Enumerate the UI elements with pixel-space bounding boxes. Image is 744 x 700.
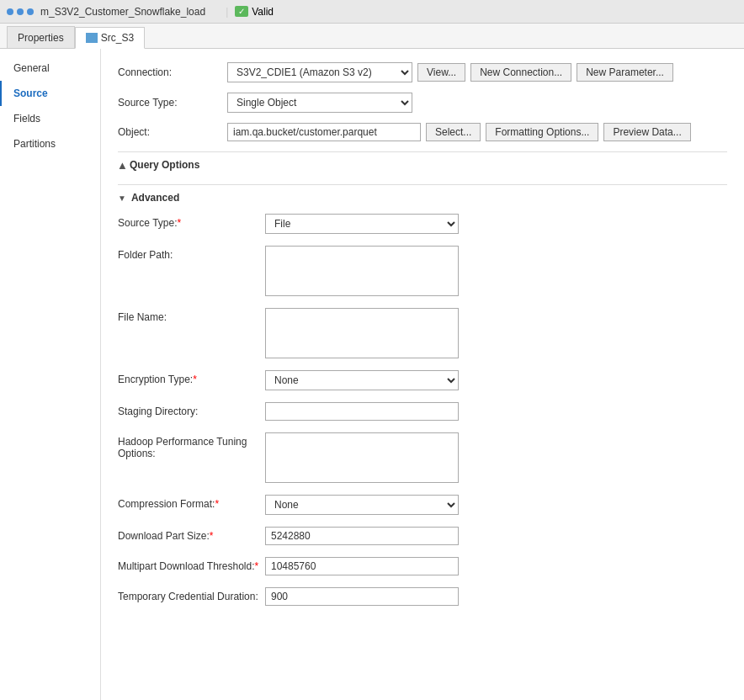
tab-src-s3-label: Src_S3 (101, 32, 134, 44)
connection-label: Connection: (118, 66, 227, 78)
object-row: Object: Select... Formatting Options... … (118, 123, 727, 141)
adv-folder-path-row: Folder Path: (118, 246, 727, 296)
adv-folder-path-textarea[interactable] (265, 246, 459, 296)
sidebar-item-fields[interactable]: Fields (0, 106, 100, 131)
query-options-title: Query Options (130, 159, 199, 171)
connection-controls: S3V2_CDIE1 (Amazon S3 v2) View... New Co… (227, 62, 673, 82)
advanced-arrow: ▼ (118, 194, 126, 203)
dot3 (27, 8, 34, 15)
dot1 (7, 8, 13, 15)
tab-properties[interactable]: Properties (7, 26, 75, 48)
valid-check-icon: ✓ (235, 6, 248, 17)
tab-properties-label: Properties (18, 32, 64, 44)
adv-encryption-type-row: Encryption Type:* None (118, 370, 727, 390)
adv-multipart-download-threshold-row: Multipart Download Threshold:* (118, 557, 727, 575)
adv-multipart-download-threshold-input[interactable] (265, 557, 459, 575)
adv-staging-directory-label: Staging Directory: (118, 402, 265, 417)
adv-temporary-credential-duration-label: Temporary Credential Duration: (118, 587, 265, 602)
adv-source-type-label: Source Type:* (118, 214, 265, 229)
sidebar: General Source Fields Partitions (0, 49, 101, 700)
adv-download-part-size-label: Download Part Size:* (118, 527, 265, 542)
adv-download-part-size-input[interactable] (265, 527, 459, 545)
adv-file-name-label: File Name: (118, 308, 265, 323)
source-type-row: Source Type: Single Object (118, 93, 727, 113)
adv-multipart-download-threshold-label: Multipart Download Threshold:* (118, 557, 265, 572)
dot2 (17, 8, 24, 15)
query-options-arrow: ▶ (117, 162, 126, 168)
adv-folder-path-label: Folder Path: (118, 246, 265, 261)
valid-badge: ✓ Valid (235, 6, 274, 18)
adv-file-name-row: File Name: (118, 308, 727, 358)
content-area: Connection: S3V2_CDIE1 (Amazon S3 v2) Vi… (101, 49, 744, 700)
source-type-controls: Single Object (227, 93, 412, 113)
adv-staging-directory-row: Staging Directory: (118, 402, 727, 421)
query-options-header[interactable]: ▶ Query Options (118, 151, 727, 178)
window-controls (7, 8, 34, 15)
sidebar-item-general[interactable]: General (0, 56, 100, 81)
adv-compression-format-row: Compression Format:* None (118, 495, 727, 515)
connection-select[interactable]: S3V2_CDIE1 (Amazon S3 v2) (227, 62, 412, 82)
adv-source-type-row: Source Type:* File (118, 214, 727, 234)
adv-download-part-size-row: Download Part Size:* (118, 527, 727, 545)
object-label: Object: (118, 126, 227, 138)
advanced-header[interactable]: ▼ Advanced (118, 192, 727, 204)
tab-src-s3[interactable]: Src_S3 (75, 27, 145, 49)
source-type-select[interactable]: Single Object (227, 93, 412, 113)
adv-encryption-type-select[interactable]: None (265, 370, 459, 390)
adv-file-name-textarea[interactable] (265, 308, 459, 358)
tabs-bar: Properties Src_S3 (0, 24, 744, 49)
main-content: General Source Fields Partitions Connect… (0, 49, 744, 700)
object-input[interactable] (227, 123, 421, 141)
adv-compression-format-label: Compression Format:* (118, 495, 265, 510)
adv-hadoop-label: Hadoop Performance Tuning Options: (118, 432, 265, 459)
advanced-section: ▼ Advanced Source Type:* File Folder Pat… (118, 184, 727, 606)
adv-encryption-type-label: Encryption Type:* (118, 370, 265, 385)
adv-source-type-select[interactable]: File (265, 214, 459, 234)
adv-compression-format-select[interactable]: None (265, 495, 459, 515)
source-type-label: Source Type: (118, 97, 227, 109)
new-parameter-button[interactable]: New Parameter... (577, 63, 673, 82)
preview-data-button[interactable]: Preview Data... (603, 123, 690, 141)
sidebar-item-partitions[interactable]: Partitions (0, 131, 100, 156)
adv-temporary-credential-duration-input[interactable] (265, 587, 459, 606)
adv-hadoop-row: Hadoop Performance Tuning Options: (118, 432, 727, 483)
formatting-options-button[interactable]: Formatting Options... (486, 123, 598, 141)
tab-src-s3-icon (86, 33, 98, 43)
title-bar: m_S3V2_Customer_Snowflake_load | ✓ Valid (0, 0, 744, 24)
adv-hadoop-textarea[interactable] (265, 432, 459, 483)
view-button[interactable]: View... (417, 63, 465, 82)
adv-staging-directory-input[interactable] (265, 402, 459, 421)
select-button[interactable]: Select... (426, 123, 481, 141)
app-title: m_S3V2_Customer_Snowflake_load (40, 6, 205, 18)
new-connection-button[interactable]: New Connection... (470, 63, 571, 82)
sidebar-item-source[interactable]: Source (0, 81, 100, 106)
connection-row: Connection: S3V2_CDIE1 (Amazon S3 v2) Vi… (118, 62, 727, 82)
advanced-title: Advanced (131, 192, 179, 204)
object-controls: Select... Formatting Options... Preview … (227, 123, 691, 141)
adv-temporary-credential-duration-row: Temporary Credential Duration: (118, 587, 727, 606)
valid-label: Valid (252, 6, 274, 18)
